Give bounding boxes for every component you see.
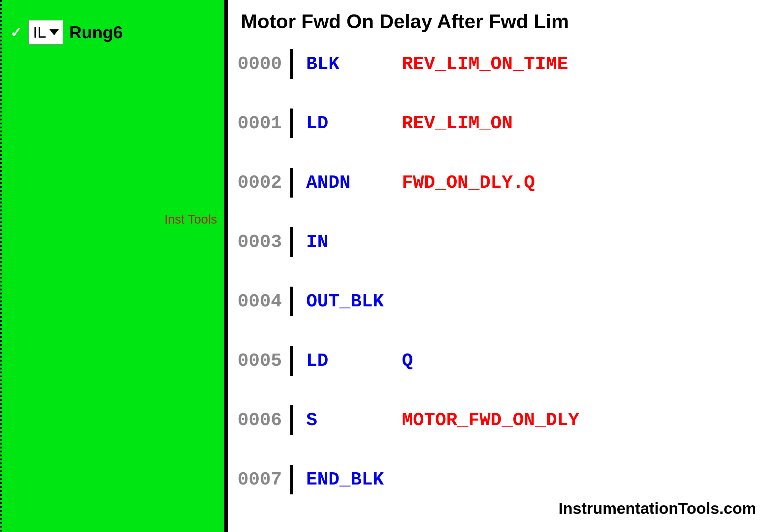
opcode: IN: [306, 232, 402, 253]
code-area: Motor Fwd On Delay After Fwd Lim 0000 BL…: [224, 0, 776, 532]
rung-comment[interactable]: Motor Fwd On Delay After Fwd Lim: [241, 10, 760, 33]
operand: Q: [402, 350, 413, 371]
opcode: LD: [306, 113, 402, 134]
line-bar: [290, 346, 293, 376]
line-number: 0002: [237, 172, 290, 193]
operand: FWD_ON_DLY.Q: [402, 172, 535, 193]
language-dropdown[interactable]: IL: [28, 20, 63, 44]
watermark-text: Inst Tools: [164, 212, 217, 227]
language-label: IL: [33, 23, 46, 41]
code-lines: 0000 BLK REV_LIM_ON_TIME 0001 LD REV_LIM…: [237, 49, 760, 494]
opcode: OUT_BLK: [306, 291, 402, 312]
code-line[interactable]: 0003 IN: [237, 227, 760, 257]
line-number: 0005: [237, 350, 290, 371]
line-bar: [290, 168, 293, 198]
line-bar: [290, 287, 293, 316]
check-icon: ✓: [8, 24, 24, 41]
code-line[interactable]: 0006 S MOTOR_FWD_ON_DLY: [237, 406, 760, 435]
opcode: END_BLK: [306, 469, 402, 490]
footer-credit: InstrumentationTools.com: [559, 499, 756, 518]
code-line[interactable]: 0005 LD Q: [237, 346, 760, 376]
operand: REV_LIM_ON: [402, 113, 513, 134]
operand: REV_LIM_ON_TIME: [402, 53, 568, 74]
code-line[interactable]: 0004 OUT_BLK: [237, 287, 760, 316]
chevron-down-icon: [49, 29, 59, 35]
line-number: 0004: [237, 291, 290, 312]
line-bar: [290, 406, 293, 435]
opcode: LD: [306, 350, 402, 371]
line-bar: [290, 465, 293, 494]
line-bar: [290, 227, 293, 257]
line-number: 0000: [237, 53, 290, 74]
code-line[interactable]: 0007 END_BLK: [237, 465, 760, 494]
line-number: 0001: [237, 113, 290, 134]
code-line[interactable]: 0001 LD REV_LIM_ON: [237, 108, 760, 138]
line-number: 0006: [237, 410, 290, 431]
line-number: 0003: [237, 232, 290, 253]
opcode: ANDN: [306, 172, 402, 193]
sidebar-header: ✓ IL Rung6: [2, 0, 224, 44]
line-bar: [290, 49, 293, 79]
opcode: BLK: [306, 53, 402, 74]
rung-name[interactable]: Rung6: [69, 22, 123, 42]
line-bar: [290, 108, 293, 138]
code-line[interactable]: 0000 BLK REV_LIM_ON_TIME: [237, 49, 760, 79]
operand: MOTOR_FWD_ON_DLY: [402, 410, 579, 431]
opcode: S: [306, 410, 402, 431]
code-line[interactable]: 0002 ANDN FWD_ON_DLY.Q: [237, 168, 760, 198]
line-number: 0007: [237, 469, 290, 490]
main-container: ✓ IL Rung6 Inst Tools Motor Fwd On Delay…: [0, 0, 776, 532]
rung-sidebar: ✓ IL Rung6 Inst Tools: [0, 0, 224, 532]
